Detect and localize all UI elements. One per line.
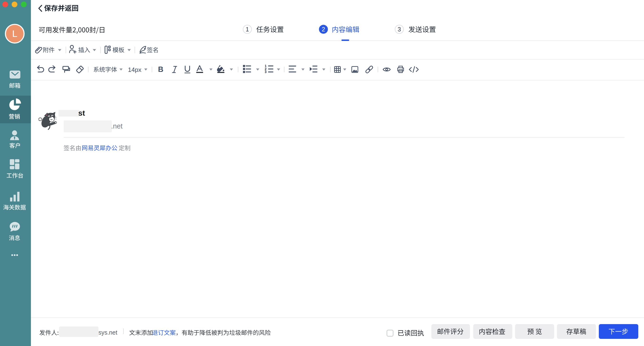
- svg-text:3: 3: [265, 70, 266, 74]
- svg-text:L: L: [12, 29, 17, 39]
- svg-text:B: B: [158, 65, 163, 74]
